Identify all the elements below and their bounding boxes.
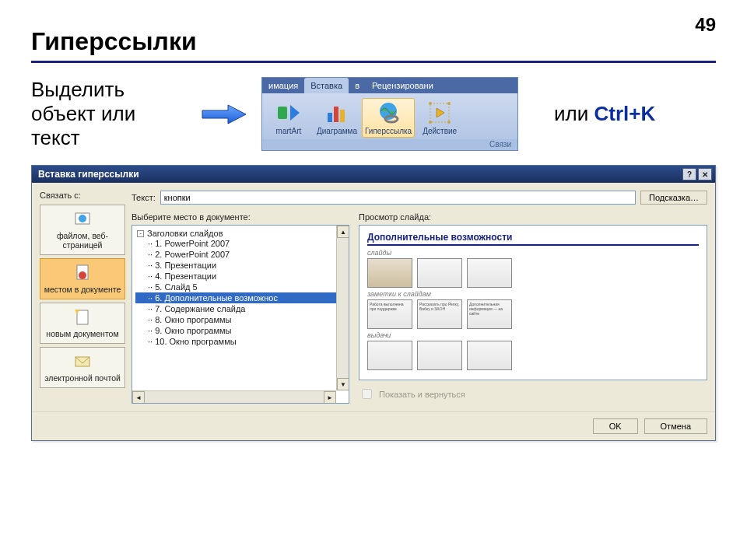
link-target-new-doc[interactable]: новым документом [40,303,125,344]
tree-item[interactable]: ·· 10. Окно программы [135,336,349,347]
link-target-email[interactable]: электронной почтой [40,347,125,388]
link-target-webpage[interactable]: файлом, веб-страницей [40,205,125,255]
ribbon-button-action[interactable]: Действие [416,98,463,138]
help-button[interactable]: ? [682,168,696,180]
thumb: Рассказать про Репку, Бабку и ЗАОН [417,299,462,329]
link-with-label: Связать с: [40,191,125,200]
thumb: Работа выполнена при поддержке [367,299,412,329]
globe-link-icon [376,100,401,125]
place-in-doc-icon [73,264,92,282]
ribbon-button-smartart[interactable]: martArt [265,98,312,138]
tree-root-label: Заголовки слайдов [147,229,223,238]
collapse-icon[interactable]: - [137,230,144,237]
ribbon-button-hyperlink[interactable]: Гиперссылка [362,98,415,138]
link-target-label: файлом, веб-страницей [42,231,123,250]
svg-rect-4 [334,107,338,122]
scrollbar-vertical[interactable]: ▲ ▼ [336,226,349,390]
svg-rect-5 [340,110,345,122]
scroll-left-icon[interactable]: ◄ [132,391,145,404]
ribbon-button-chart[interactable]: Диаграмма [314,98,360,138]
thumb [367,258,412,288]
close-button[interactable]: ✕ [698,168,712,180]
tree-item[interactable]: ·· 8. Окно программы [135,314,349,325]
dialog-titlebar: Вставка гиперссылки ? ✕ [32,166,715,183]
ribbon-label: Диаграмма [317,127,357,135]
scroll-down-icon[interactable]: ▼ [337,378,349,390]
cancel-button[interactable]: Отмена [644,418,707,434]
thumb: Дополнительная информация — на сайте [467,299,512,329]
ribbon-tab-insert[interactable]: Вставка [304,78,349,93]
insert-hyperlink-dialog: Вставка гиперссылки ? ✕ Связать с: файло… [31,165,716,441]
slide-preview: Дополнительные возможности слайды заметк… [359,225,707,380]
shortcut-label: Ctrl+K [594,102,655,125]
email-icon [73,352,92,371]
ok-button[interactable]: OK [593,418,638,434]
thumb [367,341,412,370]
tree-item[interactable]: ·· 1. PowerPoint 2007 [135,238,349,249]
page-number: 49 [695,14,716,36]
page-title: Гиперссылки [31,27,716,56]
tree-item[interactable]: ·· 9. Окно программы [135,325,349,336]
ribbon-tab-review[interactable]: Рецензировани [366,78,440,93]
tree-item[interactable]: ·· 4. Презентации [135,271,349,282]
preview-label: Просмотр слайда: [359,212,707,222]
svg-rect-1 [278,107,287,119]
tree-item[interactable]: ·· 6. Дополнительные возможнос [135,292,349,303]
hint-button[interactable]: Подсказка… [640,191,707,205]
title-underline [31,61,716,63]
scroll-up-icon[interactable]: ▲ [337,226,349,238]
ribbon-label: martArt [276,127,302,135]
ribbon-tab-animation[interactable]: имация [262,78,304,93]
svg-point-13 [447,121,451,124]
ribbon: имация Вставка в Рецензировани martArt Д… [261,77,518,151]
svg-marker-0 [202,105,246,124]
preview-section-notes: заметки к слайдам [367,290,699,298]
ribbon-tab-view[interactable]: в [349,78,366,93]
thumb [417,258,462,288]
svg-point-10 [429,102,432,105]
tree-item[interactable]: ·· 3. Презентации [135,260,349,271]
text-field-label: Текст: [132,193,156,202]
dialog-title: Вставка гиперссылки [38,169,139,180]
svg-marker-9 [437,108,444,117]
preview-section-slides: слайды [367,249,699,257]
arrow-icon [201,103,247,126]
svg-point-17 [79,271,86,279]
link-target-label: местом в документе [44,285,121,294]
preview-slide-title: Дополнительные возможности [367,232,699,246]
ribbon-tabs-row: имация Вставка в Рецензировани [262,78,517,93]
link-target-label: электронной почтой [44,373,121,383]
svg-rect-18 [77,310,88,324]
svg-rect-3 [328,113,332,122]
thumb [467,258,512,288]
chart-icon [324,100,349,125]
action-icon [427,100,452,125]
thumb [417,341,462,370]
tree-item[interactable]: ·· 7. Содержание слайда [135,303,349,314]
tree-item[interactable]: ·· 2. PowerPoint 2007 [135,249,349,260]
new-doc-icon [73,308,92,327]
link-target-place-in-doc[interactable]: местом в документе [40,258,125,299]
show-and-return-checkbox: Показать и вернуться [359,387,707,401]
svg-point-12 [429,121,432,124]
tree-label: Выберите место в документе: [132,212,349,222]
smartart-icon [276,100,301,125]
svg-point-15 [79,215,86,222]
scrollbar-horizontal[interactable]: ◄ ► [132,390,336,403]
dialog-footer: OK Отмена [32,411,715,440]
ribbon-label: Гиперссылка [365,127,412,135]
ribbon-group-label: Связи [262,139,517,150]
scroll-right-icon[interactable]: ► [324,391,336,404]
text-input[interactable] [160,191,636,205]
webpage-icon [73,210,92,229]
ribbon-label: Действие [423,127,457,135]
svg-marker-2 [290,105,300,121]
instruction-text: Выделить объект или текст [31,78,187,151]
link-target-label: новым документом [46,329,118,338]
svg-point-11 [447,102,451,105]
show-return-input [362,389,372,399]
tree-item[interactable]: ·· 5. Слайд 5 [135,282,349,292]
tree-root-item[interactable]: - Заголовки слайдов [135,229,349,238]
thumb [467,341,512,370]
or-shortcut-text: или Ctrl+K [554,102,655,126]
